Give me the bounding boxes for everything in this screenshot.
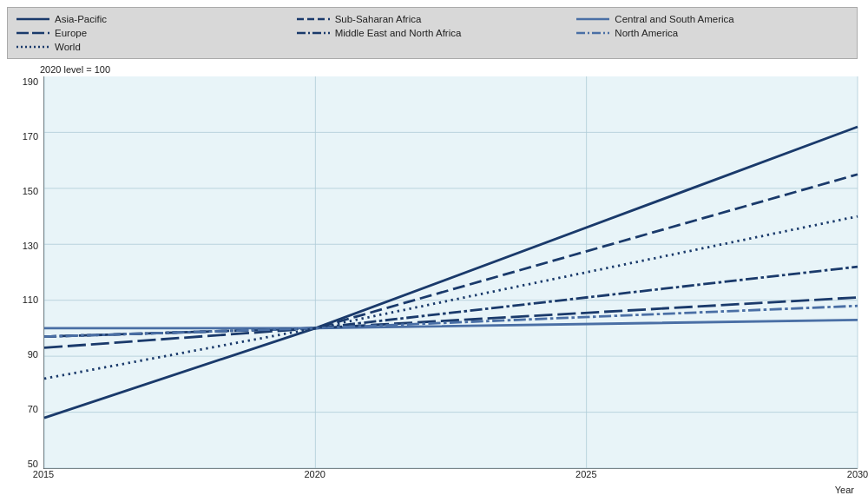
- legend-label-sub-saharan: Sub-Saharan Africa: [335, 14, 422, 24]
- line-world: [44, 216, 858, 379]
- x-tick-2030: 2030: [847, 469, 868, 479]
- x-tick-2020: 2020: [304, 469, 325, 479]
- y-axis-label: 2020 level = 100: [40, 64, 858, 75]
- plot-area: [43, 76, 858, 469]
- legend-label-middle-east: Middle East and North Africa: [335, 28, 462, 38]
- chart-container: Asia-Pacific Sub-Saharan Africa Central …: [0, 0, 868, 502]
- x-label: Year: [835, 485, 854, 495]
- y-tick-130: 130: [23, 241, 38, 251]
- x-tick-2025: 2025: [575, 469, 596, 479]
- plot-svg: [44, 76, 858, 468]
- legend-item-middle-east: Middle East and North Africa: [297, 27, 569, 39]
- y-tick-70: 70: [28, 404, 38, 414]
- legend-item-asia-pacific: Asia-Pacific: [16, 13, 288, 25]
- x-tick-2015: 2015: [33, 469, 54, 479]
- legend-label-central-south: Central and South America: [615, 14, 733, 24]
- y-tick-110: 110: [23, 294, 38, 305]
- legend-item-sub-saharan: Sub-Saharan Africa: [297, 13, 569, 25]
- x-axis-year-label: Year: [7, 485, 854, 495]
- y-tick-90: 90: [28, 349, 38, 360]
- legend-label-world: World: [55, 42, 81, 52]
- legend-item-north-america: North America: [576, 27, 848, 39]
- legend-item-world: World: [16, 41, 288, 53]
- legend-label-europe: Europe: [55, 28, 87, 38]
- line-asia-pacific: [44, 127, 858, 418]
- legend: Asia-Pacific Sub-Saharan Africa Central …: [7, 7, 858, 59]
- x-axis-labels: 2015202020252030: [43, 469, 858, 485]
- legend-label-asia-pacific: Asia-Pacific: [55, 14, 107, 24]
- y-tick-50: 50: [28, 459, 38, 469]
- legend-label-north-america: North America: [615, 28, 678, 38]
- chart-body: 2020 level = 100 190 170 150 130 110 90 …: [7, 64, 858, 495]
- legend-item-central-south: Central and South America: [576, 13, 848, 25]
- y-tick-150: 150: [23, 186, 38, 196]
- legend-item-europe: Europe: [16, 27, 288, 39]
- y-tick-190: 190: [23, 76, 38, 87]
- y-tick-170: 170: [23, 131, 38, 142]
- y-axis: 190 170 150 130 110 90 70 50: [7, 76, 43, 469]
- chart-area: 190 170 150 130 110 90 70 50: [7, 76, 858, 469]
